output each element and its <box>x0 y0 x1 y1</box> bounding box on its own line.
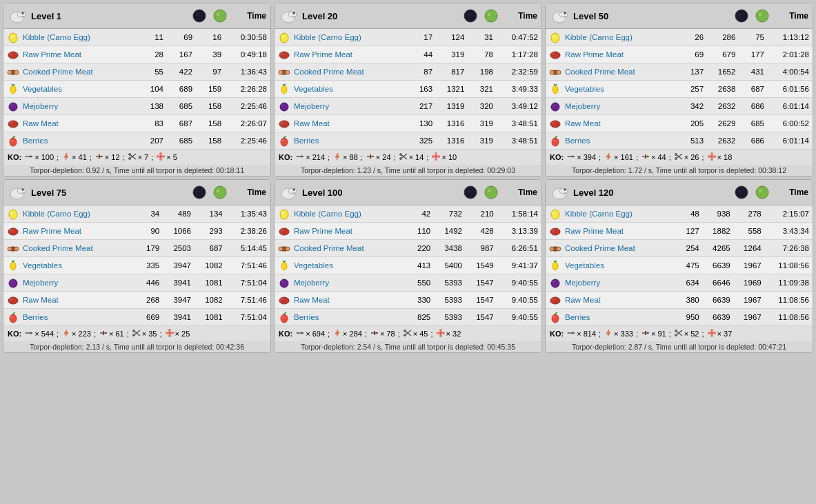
food-cell: Vegetables <box>546 81 678 98</box>
dino-icon <box>550 183 569 202</box>
num2-cell: 3947 <box>163 292 195 309</box>
ko-count: × 44 <box>651 153 666 161</box>
ko-item: × 284 <box>332 328 362 339</box>
table-row: Berries 950 6639 1967 11:08:56 <box>546 309 813 326</box>
num1-cell: 268 <box>135 292 163 309</box>
food-icon <box>6 207 20 221</box>
svg-point-122 <box>214 186 226 199</box>
num3-cell: 1967 <box>734 257 765 274</box>
panel-header: Level 100 Time <box>275 180 541 205</box>
food-icon <box>277 65 291 79</box>
ko-separator: ; <box>669 330 671 338</box>
svg-point-45 <box>488 13 490 16</box>
ko-item: × 7 <box>128 152 149 163</box>
ko-count: × 78 <box>380 330 395 338</box>
num2-cell: 938 <box>703 205 734 223</box>
num1-cell: 825 <box>406 309 434 326</box>
svg-point-139 <box>11 316 12 318</box>
ko-weapon-icon <box>431 152 441 163</box>
ko-label: KO: <box>279 153 292 161</box>
table-row: Berries 207 685 158 2:25:46 <box>3 132 270 150</box>
food-icon <box>277 99 291 113</box>
food-icon <box>6 224 20 238</box>
ko-item: × 100 <box>24 152 54 163</box>
num2-cell: 6639 <box>703 292 734 309</box>
food-icon <box>548 276 562 290</box>
svg-point-157 <box>288 188 297 194</box>
time-cell: 2:26:07 <box>225 115 270 132</box>
ko-item: × 35 <box>132 328 157 339</box>
svg-point-114 <box>710 158 713 161</box>
berry-dark-icon <box>192 185 207 200</box>
ko-count: × 7 <box>138 153 149 161</box>
num1-cell: 87 <box>407 63 436 81</box>
dino-icon <box>279 183 298 202</box>
num1-cell: 217 <box>407 98 436 115</box>
svg-rect-181 <box>296 333 297 334</box>
svg-point-82 <box>738 13 741 16</box>
level-label: Level 50 <box>573 11 730 21</box>
food-name: Berries <box>23 137 48 145</box>
num3-cell: 158 <box>196 132 225 150</box>
food-table: Kibble (Carno Egg) 26 286 75 1:13:12 Raw… <box>546 29 813 150</box>
time-cell: 7:51:46 <box>226 292 270 309</box>
ko-item: × 333 <box>604 328 633 339</box>
ko-count: × 544 <box>34 330 54 338</box>
berry-green-icon <box>484 8 499 23</box>
num2-cell: 422 <box>167 63 196 81</box>
num2-cell: 6639 <box>703 309 734 326</box>
ko-weapon-icon <box>295 152 305 163</box>
time-header: Time <box>503 11 537 21</box>
ko-weapon-icon <box>156 152 166 163</box>
svg-point-203 <box>553 212 555 214</box>
svg-point-51 <box>279 70 283 74</box>
num1-cell: 335 <box>135 257 163 274</box>
food-icon <box>277 134 291 148</box>
food-cell: Berries <box>546 309 675 326</box>
ko-separator: ; <box>90 153 92 161</box>
food-cell: Raw Prime Meat <box>546 46 678 63</box>
food-icon <box>548 48 562 61</box>
ko-separator: ; <box>636 153 638 161</box>
num3-cell: 321 <box>468 81 497 98</box>
food-icon <box>277 48 291 61</box>
svg-point-4 <box>196 13 199 16</box>
svg-point-136 <box>8 297 18 304</box>
svg-point-190 <box>439 332 442 334</box>
ko-weapon-icon <box>132 328 141 339</box>
food-name: Vegetables <box>23 85 62 93</box>
num3-cell: 1081 <box>195 309 226 326</box>
num3-cell: 1967 <box>734 292 765 309</box>
food-table: Kibble (Carno Egg) 11 69 16 0:30:58 Raw … <box>3 29 270 150</box>
svg-point-138 <box>10 314 17 323</box>
ko-row: KO: × 694 ; × 284 ; × 78 ; × 45 ; × 32 <box>275 326 541 341</box>
ko-label: KO: <box>550 330 564 338</box>
food-cell: Cooked Prime Meat <box>3 240 135 257</box>
svg-line-210 <box>554 261 555 262</box>
num2-cell: 124 <box>436 29 468 46</box>
food-cell: Raw Prime Meat <box>275 46 407 63</box>
ko-separator: ; <box>599 330 601 338</box>
table-row: Raw Prime Meat 90 1066 293 2:38:26 <box>3 223 270 240</box>
ko-count: × 223 <box>72 330 91 338</box>
svg-point-191 <box>439 329 442 332</box>
num1-cell: 220 <box>406 240 434 257</box>
table-row: Kibble (Carno Egg) 42 732 210 1:58:14 <box>275 205 541 223</box>
svg-point-92 <box>553 85 558 94</box>
ko-item: × 41 <box>61 152 87 163</box>
svg-point-214 <box>550 297 560 304</box>
ko-weapon-icon <box>61 152 71 163</box>
num3-cell: 158 <box>196 115 225 132</box>
num1-cell: 17 <box>407 29 436 46</box>
dino-icon <box>8 183 27 202</box>
food-icon <box>6 48 20 61</box>
num2-cell: 1316 <box>436 132 468 150</box>
svg-point-118 <box>17 188 26 194</box>
ko-weapon-icon <box>707 328 717 339</box>
food-cell: Kibble (Carno Egg) <box>546 205 675 223</box>
time-header: Time <box>774 11 808 21</box>
time-cell: 11:08:56 <box>765 292 813 309</box>
time-cell: 3:49:33 <box>497 81 541 98</box>
time-header: Time <box>774 188 808 197</box>
svg-point-130 <box>14 247 19 251</box>
